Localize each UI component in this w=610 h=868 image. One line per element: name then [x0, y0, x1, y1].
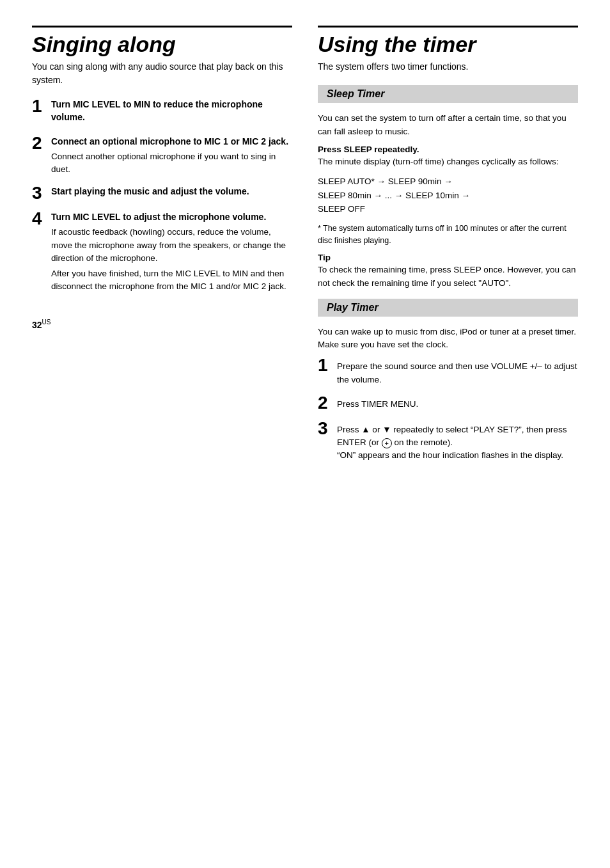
play-timer-intro-1: You can wake up to music from disc, iPod…: [318, 326, 578, 352]
step-1-content: Turn MIC LEVEL to MIN to reduce the micr…: [51, 99, 292, 126]
tip-label: Tip: [318, 253, 578, 262]
play-step-3: 3 Press ▲ or ▼ repeatedly to select “PLA…: [318, 421, 578, 462]
play-step-1: 1 Prepare the sound source and then use …: [318, 358, 578, 386]
play-step-2: 2 Press TIMER MENU.: [318, 395, 578, 412]
step-4-heading: Turn MIC LEVEL to adjust the microphone …: [51, 211, 292, 224]
sleep-timer-title: Sleep Timer: [327, 88, 384, 99]
step-3-number: 3: [32, 184, 46, 202]
step-4-body-para2: After you have finished, turn the MIC LE…: [51, 267, 292, 294]
play-step-1-text: Prepare the sound source and then use VO…: [337, 360, 578, 386]
step-4-content: Turn MIC LEVEL to adjust the microphone …: [51, 211, 292, 294]
play-timer-box: Play Timer: [318, 299, 578, 317]
step-1: 1 Turn MIC LEVEL to MIN to reduce the mi…: [32, 99, 292, 126]
play-step-1-number: 1: [318, 356, 332, 374]
sleep-cycle: SLEEP AUTO* → SLEEP 90min → SLEEP 80min …: [318, 175, 578, 216]
step-2-heading: Connect an optional microphone to MIC 1 …: [51, 136, 292, 148]
step-2-body: Connect another optional microphone if y…: [51, 150, 292, 177]
play-step-1-content: Prepare the sound source and then use VO…: [337, 358, 578, 386]
page-layout: Singing along You can sing along with an…: [32, 26, 578, 471]
sleep-timer-intro: You can set the system to turn off after…: [318, 112, 578, 138]
step-4-body-para1: If acoustic feedback (howling) occurs, r…: [51, 226, 292, 265]
page-number: 32US: [32, 320, 51, 330]
step-2-number: 2: [32, 134, 46, 152]
using-timer-intro: The system offers two timer functions.: [318, 60, 578, 74]
sleep-footnote: * The system automatically turns off in …: [318, 223, 578, 247]
step-3-heading: Start playing the music and adjust the v…: [51, 185, 292, 198]
play-timer-steps: 1 Prepare the sound source and then use …: [318, 358, 578, 462]
step-3-content: Start playing the music and adjust the v…: [51, 185, 292, 201]
singing-along-intro: You can sing along with any audio source…: [32, 60, 292, 87]
step-3: 3 Start playing the music and adjust the…: [32, 185, 292, 202]
singing-along-steps: 1 Turn MIC LEVEL to MIN to reduce the mi…: [32, 99, 292, 293]
right-column: Using the timer The system offers two ti…: [318, 26, 578, 471]
play-step-3-number: 3: [318, 420, 332, 438]
play-step-2-number: 2: [318, 394, 332, 412]
step-2-content: Connect an optional microphone to MIC 1 …: [51, 136, 292, 177]
press-sleep-label: Press SLEEP repeatedly.: [318, 145, 578, 154]
play-step-3-content: Press ▲ or ▼ repeatedly to select “PLAY …: [337, 421, 578, 462]
play-step-3-text: Press ▲ or ▼ repeatedly to select “PLAY …: [337, 423, 578, 462]
circle-plus-icon: +: [382, 438, 392, 448]
sleep-timer-box: Sleep Timer: [318, 85, 578, 103]
using-timer-title: Using the timer: [318, 26, 578, 56]
press-sleep-body: The minute display (turn-off time) chang…: [318, 155, 578, 168]
step-4-number: 4: [32, 210, 46, 228]
singing-along-title: Singing along: [32, 26, 292, 56]
step-2: 2 Connect an optional microphone to MIC …: [32, 136, 292, 177]
step-1-number: 1: [32, 97, 46, 115]
step-1-heading: Turn MIC LEVEL to MIN to reduce the micr…: [51, 99, 292, 123]
play-step-2-content: Press TIMER MENU.: [337, 395, 578, 411]
left-column: Singing along You can sing along with an…: [32, 26, 292, 471]
play-timer-title: Play Timer: [327, 302, 379, 313]
play-step-2-text: Press TIMER MENU.: [337, 398, 578, 411]
page-footer: 32US: [32, 319, 292, 331]
tip-text: To check the remaining time, press SLEEP…: [318, 264, 578, 290]
step-4: 4 Turn MIC LEVEL to adjust the microphon…: [32, 211, 292, 294]
